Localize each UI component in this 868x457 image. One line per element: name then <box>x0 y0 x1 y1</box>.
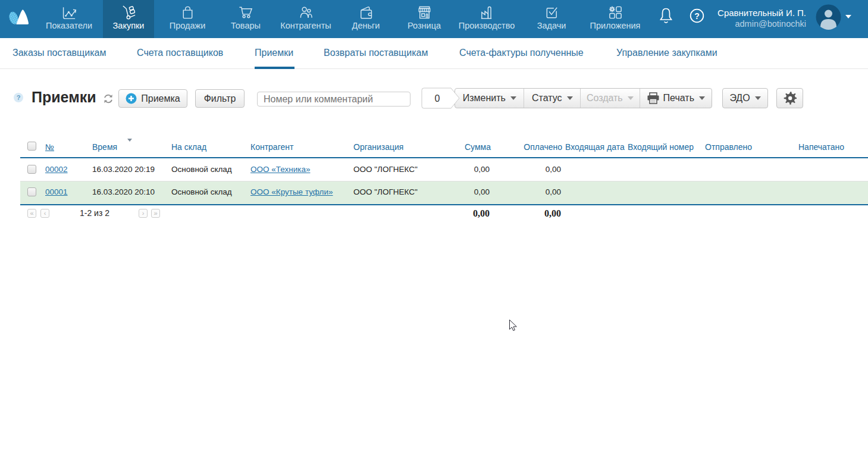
svg-text:0: 0 <box>435 93 440 104</box>
svg-text:?: ? <box>694 11 700 21</box>
